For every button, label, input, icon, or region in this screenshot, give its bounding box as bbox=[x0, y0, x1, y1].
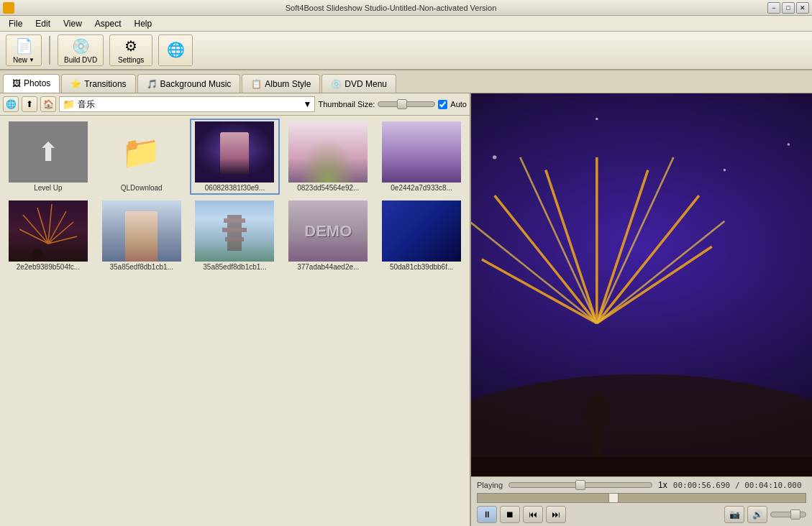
volume-button[interactable]: 🔊 bbox=[747, 506, 767, 523]
path-bar: 🌐 ⬆ 🏠 📁 音乐 ▼ Thumbnail Size: Auto bbox=[0, 93, 470, 116]
list-item[interactable]: 060828381f30e9... bbox=[190, 119, 280, 195]
navigate-up-button[interactable]: ⬆ bbox=[22, 96, 37, 112]
speed-label: 1x bbox=[658, 480, 667, 490]
screenshot-button[interactable]: 📷 bbox=[724, 506, 744, 523]
maximize-button[interactable]: □ bbox=[782, 2, 795, 14]
pause-icon: ⏸ bbox=[483, 509, 491, 520]
update-button[interactable]: 🌐 bbox=[158, 34, 193, 66]
prev-button[interactable]: ⏮ bbox=[523, 506, 543, 523]
file-name: 060828381f30e9... bbox=[195, 184, 274, 192]
menu-edit[interactable]: Edit bbox=[29, 17, 56, 30]
list-item[interactable]: 35a85edf8db1cb1... bbox=[190, 198, 280, 274]
thumbnail-image bbox=[382, 121, 461, 183]
list-item[interactable]: 📁 QLDownload bbox=[96, 119, 187, 195]
build-dvd-button[interactable]: 💿 Build DVD bbox=[58, 34, 104, 66]
thumbnail-image bbox=[9, 200, 88, 262]
thumbnail-size-slider[interactable] bbox=[378, 101, 435, 107]
svg-point-20 bbox=[724, 169, 726, 172]
menu-aspect[interactable]: Aspect bbox=[89, 17, 127, 30]
svg-point-16 bbox=[596, 118, 598, 121]
path-input[interactable]: 📁 音乐 ▼ bbox=[59, 96, 315, 112]
file-name: 2e2eb9389b504fc... bbox=[9, 263, 88, 271]
tab-photos[interactable]: 🖼 Photos bbox=[3, 74, 60, 93]
thumbnail-image bbox=[102, 200, 181, 262]
tab-bar: 🖼 Photos ⭐ Transitions 🎵 Background Musi… bbox=[0, 70, 812, 93]
file-name: 35a85edf8db1cb1... bbox=[195, 263, 274, 271]
refresh-button[interactable]: 🏠 bbox=[40, 96, 56, 112]
folder-icon: 📁 bbox=[63, 98, 75, 110]
photos-icon: 🖼 bbox=[12, 78, 21, 88]
next-icon: ⏭ bbox=[552, 509, 560, 520]
transitions-icon: ⭐ bbox=[70, 79, 81, 89]
svg-point-33 bbox=[584, 394, 610, 432]
navigate-back-button[interactable]: 🌐 bbox=[3, 96, 19, 112]
file-name: 35a85edf8db1cb1... bbox=[102, 263, 181, 271]
new-button[interactable]: 📄 New ▼ bbox=[6, 34, 42, 66]
svg-point-7 bbox=[32, 249, 43, 260]
thumbnail-controls: Thumbnail Size: Auto bbox=[318, 100, 467, 109]
tab-background-music[interactable]: 🎵 Background Music bbox=[137, 74, 241, 93]
volume-icon: 🔊 bbox=[752, 509, 763, 520]
seek-thumb bbox=[608, 493, 619, 503]
file-name: 377adab44aed2e... bbox=[288, 263, 368, 271]
svg-line-6 bbox=[19, 229, 48, 244]
path-dropdown-btn[interactable]: ▼ bbox=[304, 99, 312, 109]
thumbnail-image: 📁 bbox=[102, 121, 181, 183]
settings-button[interactable]: ⚙ Settings bbox=[109, 34, 152, 66]
camera-icon: 📷 bbox=[729, 509, 740, 520]
list-item[interactable]: 0e2442a7d933c8... bbox=[376, 119, 467, 195]
tab-transitions[interactable]: ⭐ Transitions bbox=[61, 74, 135, 93]
list-item[interactable]: 50da81cb39dbb6f... bbox=[376, 198, 467, 274]
tab-album-style[interactable]: 📋 Album Style bbox=[242, 74, 320, 93]
preview-controls: Playing 1x 00:00:56.690 / 00:04:10.000 ⏸ bbox=[471, 476, 812, 526]
file-name: Level Up bbox=[9, 184, 88, 192]
prev-icon: ⏮ bbox=[529, 509, 537, 520]
window-title: Soft4Boost Slideshow Studio-Untitled-Non… bbox=[14, 4, 767, 12]
main-content: 🌐 ⬆ 🏠 📁 音乐 ▼ Thumbnail Size: Auto ⬆ bbox=[0, 93, 812, 526]
toolbar: 📄 New ▼ 💿 Build DVD ⚙ Settings 🌐 bbox=[0, 32, 812, 70]
volume-slider[interactable] bbox=[770, 512, 806, 517]
file-name: QLDownload bbox=[102, 184, 181, 192]
menu-file[interactable]: File bbox=[3, 17, 28, 30]
preview-pane: Playing 1x 00:00:56.690 / 00:04:10.000 ⏸ bbox=[471, 93, 812, 526]
video-preview bbox=[471, 93, 812, 476]
stop-button[interactable]: ⏹ bbox=[500, 506, 520, 523]
file-name: 0823dd54564e92... bbox=[288, 184, 368, 192]
list-item[interactable]: DEMO 377adab44aed2e... bbox=[283, 198, 373, 274]
list-item[interactable]: 0823dd54564e92... bbox=[283, 119, 373, 195]
list-item[interactable]: ⬆ Level Up bbox=[3, 119, 93, 195]
thumbnail-grid: ⬆ Level Up 📁 QLDownload 060828381f30e9..… bbox=[0, 116, 470, 526]
menu-help[interactable]: Help bbox=[129, 17, 158, 30]
pause-button[interactable]: ⏸ bbox=[477, 506, 497, 523]
svg-rect-10 bbox=[222, 228, 247, 232]
playback-info: Playing 1x 00:00:56.690 / 00:04:10.000 bbox=[477, 480, 806, 490]
thumbnail-image bbox=[288, 121, 368, 183]
svg-rect-35 bbox=[471, 457, 812, 476]
tab-dvd-menu[interactable]: 💿 DVD Menu bbox=[321, 74, 396, 93]
thumbnail-image: DEMO bbox=[288, 200, 368, 262]
dvd-icon: 💿 bbox=[331, 79, 342, 89]
svg-point-15 bbox=[493, 155, 496, 159]
list-item[interactable]: 2e2eb9389b504fc... bbox=[3, 198, 93, 274]
close-button[interactable]: ✕ bbox=[796, 2, 809, 14]
menu-view[interactable]: View bbox=[58, 17, 88, 30]
speed-slider[interactable] bbox=[508, 482, 652, 488]
list-item[interactable]: 35a85edf8db1cb1... bbox=[96, 198, 187, 274]
seek-bar[interactable] bbox=[477, 493, 806, 503]
title-bar-left bbox=[3, 2, 14, 14]
music-icon: 🎵 bbox=[147, 79, 158, 89]
thumbnail-image bbox=[195, 200, 274, 262]
auto-checkbox[interactable] bbox=[438, 100, 447, 109]
preview-image bbox=[471, 93, 812, 476]
next-button[interactable]: ⏭ bbox=[546, 506, 566, 523]
file-browser: 🌐 ⬆ 🏠 📁 音乐 ▼ Thumbnail Size: Auto ⬆ bbox=[0, 93, 471, 526]
minimize-button[interactable]: − bbox=[767, 2, 780, 14]
playing-status: Playing bbox=[477, 481, 503, 489]
svg-rect-11 bbox=[225, 237, 244, 241]
title-bar-buttons: − □ ✕ bbox=[767, 2, 809, 14]
file-name: 50da81cb39dbb6f... bbox=[382, 263, 461, 271]
svg-rect-9 bbox=[224, 218, 245, 223]
thumbnail-image: ⬆ bbox=[9, 121, 88, 183]
thumbnail-image bbox=[382, 200, 461, 262]
thumbnail-image bbox=[195, 121, 274, 183]
